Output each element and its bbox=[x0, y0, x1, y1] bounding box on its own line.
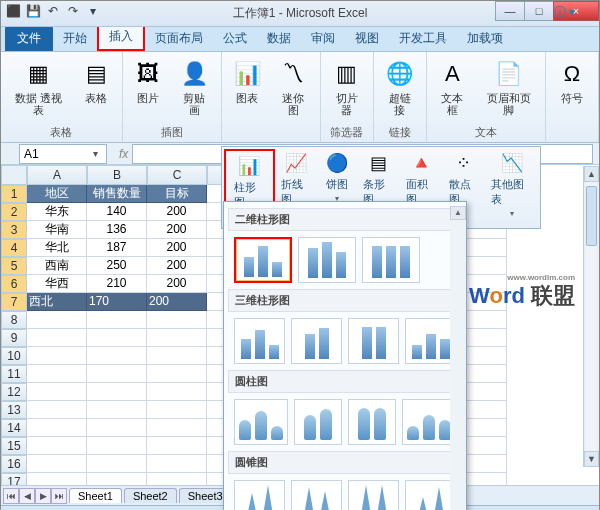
cell[interactable] bbox=[87, 347, 147, 365]
row-header[interactable]: 2 bbox=[1, 203, 27, 221]
sparkline-button[interactable]: 〽 迷你图 bbox=[273, 56, 314, 118]
clustered-column-2d[interactable] bbox=[234, 237, 292, 283]
cell[interactable] bbox=[27, 347, 87, 365]
cell[interactable] bbox=[147, 401, 207, 419]
cone-3d[interactable] bbox=[405, 480, 456, 510]
percent-stacked-cylinder[interactable] bbox=[348, 399, 396, 445]
sheet-tab-2[interactable]: Sheet2 bbox=[124, 488, 177, 503]
pivot-table-button[interactable]: ▦ 数据 透视表 bbox=[7, 56, 71, 118]
save-icon[interactable]: 💾 bbox=[25, 4, 41, 20]
cell[interactable] bbox=[87, 365, 147, 383]
cell[interactable] bbox=[147, 383, 207, 401]
row-header[interactable]: 12 bbox=[1, 383, 27, 401]
cell[interactable]: 200 bbox=[147, 203, 207, 221]
cell[interactable]: 250 bbox=[87, 257, 147, 275]
cell[interactable]: 西南 bbox=[27, 257, 87, 275]
percent-stacked-column-3d[interactable] bbox=[348, 318, 399, 364]
row-header[interactable]: 15 bbox=[1, 437, 27, 455]
tab-view[interactable]: 视图 bbox=[345, 26, 389, 51]
column-3d[interactable] bbox=[405, 318, 456, 364]
row-header[interactable]: 13 bbox=[1, 401, 27, 419]
cell[interactable] bbox=[87, 311, 147, 329]
clustered-cylinder[interactable] bbox=[234, 399, 288, 445]
help-icon[interactable]: ⓘ ▾ bbox=[554, 4, 575, 21]
tab-data[interactable]: 数据 bbox=[257, 26, 301, 51]
stacked-column-2d[interactable] bbox=[298, 237, 356, 283]
row-header[interactable]: 17 bbox=[1, 473, 27, 485]
minimize-button[interactable]: — bbox=[495, 1, 525, 21]
cell[interactable] bbox=[27, 383, 87, 401]
qat-customize-icon[interactable]: ▾ bbox=[85, 4, 101, 20]
tab-review[interactable]: 审阅 bbox=[301, 26, 345, 51]
col-header[interactable]: C bbox=[147, 165, 207, 185]
undo-icon[interactable]: ↶ bbox=[45, 4, 61, 20]
tab-home[interactable]: 开始 bbox=[53, 26, 97, 51]
sheet-tab-1[interactable]: Sheet1 bbox=[69, 488, 122, 503]
row-header[interactable]: 5 bbox=[1, 257, 27, 275]
row-header[interactable]: 8 bbox=[1, 311, 27, 329]
hyperlink-button[interactable]: 🌐 超链接 bbox=[380, 56, 420, 118]
select-all-corner[interactable] bbox=[1, 165, 27, 185]
slicer-button[interactable]: ▥ 切片器 bbox=[327, 56, 367, 118]
tab-formula[interactable]: 公式 bbox=[213, 26, 257, 51]
stacked-column-3d[interactable] bbox=[291, 318, 342, 364]
tab-layout[interactable]: 页面布局 bbox=[145, 26, 213, 51]
cell[interactable] bbox=[27, 311, 87, 329]
row-header[interactable]: 11 bbox=[1, 365, 27, 383]
cell[interactable] bbox=[27, 473, 87, 485]
cell[interactable]: 200 bbox=[147, 275, 207, 293]
percent-stacked-cone[interactable] bbox=[348, 480, 399, 510]
tab-file[interactable]: 文件 bbox=[5, 26, 53, 51]
cell[interactable] bbox=[87, 455, 147, 473]
scroll-up-button[interactable]: ▲ bbox=[584, 166, 599, 182]
row-header[interactable]: 10 bbox=[1, 347, 27, 365]
cell[interactable]: 地区 bbox=[27, 185, 87, 203]
scroll-up-icon[interactable]: ▲ bbox=[450, 206, 466, 220]
cell[interactable]: 西北 bbox=[27, 293, 87, 311]
tab-addin[interactable]: 加载项 bbox=[457, 26, 513, 51]
cell[interactable] bbox=[27, 455, 87, 473]
redo-icon[interactable]: ↷ bbox=[65, 4, 81, 20]
row-header[interactable]: 1 bbox=[1, 185, 27, 203]
cell[interactable]: 华东 bbox=[27, 203, 87, 221]
sheet-last-icon[interactable]: ⏭ bbox=[51, 488, 67, 504]
cell[interactable] bbox=[87, 473, 147, 485]
row-header[interactable]: 14 bbox=[1, 419, 27, 437]
row-header[interactable]: 4 bbox=[1, 239, 27, 257]
tab-dev[interactable]: 开发工具 bbox=[389, 26, 457, 51]
cell[interactable] bbox=[147, 365, 207, 383]
cell[interactable]: 170 bbox=[87, 293, 147, 311]
other-chart-button[interactable]: 📉 其他图表▾ bbox=[485, 149, 538, 226]
clustered-cone[interactable] bbox=[234, 480, 285, 510]
cell[interactable] bbox=[147, 311, 207, 329]
sheet-next-icon[interactable]: ▶ bbox=[35, 488, 51, 504]
stacked-cylinder[interactable] bbox=[294, 399, 342, 445]
charts-button[interactable]: 📊 图表 bbox=[228, 56, 268, 106]
cell[interactable] bbox=[147, 419, 207, 437]
cell[interactable] bbox=[87, 383, 147, 401]
row-header[interactable]: 6 bbox=[1, 275, 27, 293]
cell[interactable] bbox=[27, 419, 87, 437]
sheet-first-icon[interactable]: ⏮ bbox=[3, 488, 19, 504]
col-header[interactable]: B bbox=[87, 165, 147, 185]
cell[interactable]: 销售数量 bbox=[87, 185, 147, 203]
cell[interactable] bbox=[27, 437, 87, 455]
menu-scrollbar[interactable]: ▲ ▼ bbox=[450, 206, 466, 510]
cell[interactable]: 200 bbox=[147, 257, 207, 275]
col-header[interactable]: A bbox=[27, 165, 87, 185]
picture-button[interactable]: 🖼 图片 bbox=[129, 56, 169, 106]
clustered-column-3d[interactable] bbox=[234, 318, 285, 364]
cell[interactable]: 华南 bbox=[27, 221, 87, 239]
cell[interactable] bbox=[27, 365, 87, 383]
textbox-button[interactable]: A 文本框 bbox=[433, 56, 473, 118]
row-header[interactable]: 9 bbox=[1, 329, 27, 347]
row-header[interactable]: 16 bbox=[1, 455, 27, 473]
cell[interactable] bbox=[147, 455, 207, 473]
cell[interactable]: 140 bbox=[87, 203, 147, 221]
cell[interactable] bbox=[27, 401, 87, 419]
sheet-prev-icon[interactable]: ◀ bbox=[19, 488, 35, 504]
scroll-thumb[interactable] bbox=[586, 186, 597, 246]
clipart-button[interactable]: 👤 剪贴画 bbox=[174, 56, 215, 118]
cylinder-3d[interactable] bbox=[402, 399, 456, 445]
cell[interactable] bbox=[147, 347, 207, 365]
